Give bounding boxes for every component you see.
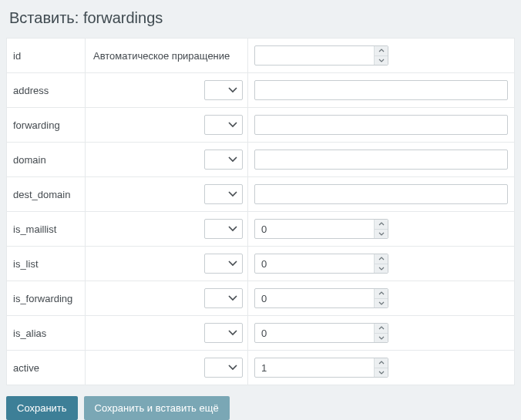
operator-dropdown-is_forwarding[interactable] <box>204 288 243 308</box>
chevron-up-icon <box>378 361 385 365</box>
spinner-down-active[interactable] <box>375 368 388 378</box>
spinner-up-is_alias[interactable] <box>375 324 388 333</box>
value-cell <box>248 247 515 281</box>
row-is_forwarding: is_forwarding <box>7 281 515 316</box>
chevron-up-icon <box>378 222 385 226</box>
spinner-down-is_maillist[interactable] <box>375 229 388 239</box>
chevron-down-icon <box>228 87 237 93</box>
operator-cell: Автоматическое приращение <box>86 39 248 73</box>
spinner-up-is_maillist[interactable] <box>375 220 388 229</box>
operator-cell <box>86 212 248 247</box>
field-label: id <box>7 39 86 73</box>
action-row: Сохранить Сохранить и вставить ещё <box>6 396 515 420</box>
operator-dropdown-is_maillist[interactable] <box>204 219 243 239</box>
operator-cell <box>86 281 248 316</box>
value-input-is_list[interactable] <box>254 254 388 274</box>
value-cell <box>248 177 515 212</box>
chevron-down-icon <box>228 295 237 301</box>
spinner-up-active[interactable] <box>375 358 388 368</box>
field-label: forwarding <box>7 108 86 143</box>
operator-cell <box>86 316 248 351</box>
value-cell <box>248 351 515 385</box>
row-is_list: is_list <box>7 247 515 281</box>
operator-dropdown-domain[interactable] <box>204 150 243 170</box>
chevron-down-icon <box>378 301 385 305</box>
value-cell <box>248 73 515 108</box>
row-id: id Автоматическое приращение <box>7 39 515 73</box>
row-is_alias: is_alias <box>7 316 515 351</box>
value-cell <box>248 212 515 247</box>
spinner-buttons-active <box>374 358 388 377</box>
chevron-down-icon <box>228 260 237 267</box>
auto-increment-label: Автоматическое приращение <box>92 50 230 62</box>
spinner-buttons-id <box>374 46 388 65</box>
operator-cell <box>86 108 248 143</box>
chevron-down-icon <box>378 59 385 62</box>
operator-cell <box>86 73 248 108</box>
spinner-buttons-is_alias <box>374 324 388 342</box>
operator-dropdown-address[interactable] <box>204 80 243 100</box>
save-button[interactable]: Сохранить <box>6 396 78 420</box>
chevron-up-icon <box>378 257 385 260</box>
field-label: is_alias <box>7 316 86 351</box>
spinner-buttons-is_maillist <box>374 220 388 238</box>
page-title: Вставить: forwardings <box>9 9 515 27</box>
save-and-insert-more-button[interactable]: Сохранить и вставить ещё <box>84 396 230 420</box>
row-is_maillist: is_maillist <box>7 212 515 247</box>
chevron-up-icon <box>378 291 385 295</box>
row-domain: domain <box>7 143 515 177</box>
row-dest_domain: dest_domain <box>7 177 515 212</box>
value-input-domain[interactable] <box>254 150 508 170</box>
chevron-down-icon <box>228 365 237 371</box>
field-label: dest_domain <box>7 177 86 212</box>
value-input-dest_domain[interactable] <box>254 184 508 204</box>
value-input-is_alias[interactable] <box>254 323 388 343</box>
value-input-address[interactable] <box>254 80 508 100</box>
operator-cell <box>86 247 248 281</box>
chevron-down-icon <box>228 330 237 336</box>
field-label: is_maillist <box>7 212 86 247</box>
value-input-is_maillist[interactable] <box>254 219 388 239</box>
value-input-is_forwarding[interactable] <box>254 288 388 308</box>
value-cell <box>248 281 515 316</box>
value-cell <box>248 316 515 351</box>
spinner-buttons-is_list <box>374 254 388 273</box>
value-cell <box>248 39 515 73</box>
spinner-down-is_forwarding[interactable] <box>375 298 388 308</box>
value-cell <box>248 108 515 143</box>
chevron-down-icon <box>378 371 385 375</box>
spinner-down-is_list[interactable] <box>375 264 388 274</box>
field-label: address <box>7 73 86 108</box>
chevron-down-icon <box>228 156 237 163</box>
spinner-down-is_alias[interactable] <box>375 333 388 343</box>
row-forwarding: forwarding <box>7 108 515 143</box>
operator-dropdown-is_alias[interactable] <box>204 323 243 343</box>
chevron-down-icon <box>228 226 237 232</box>
operator-cell <box>86 351 248 385</box>
value-input-active[interactable] <box>254 358 388 378</box>
operator-dropdown-forwarding[interactable] <box>204 115 243 135</box>
spinner-buttons-is_forwarding <box>374 289 388 307</box>
field-label: is_forwarding <box>7 281 86 316</box>
chevron-down-icon <box>378 267 385 270</box>
insert-form-card: id Автоматическое приращение address for… <box>6 38 515 385</box>
spinner-up-is_forwarding[interactable] <box>375 289 388 298</box>
operator-dropdown-is_list[interactable] <box>204 254 243 274</box>
value-input-id[interactable] <box>254 45 388 66</box>
chevron-down-icon <box>228 191 237 197</box>
field-label: active <box>7 351 86 385</box>
insert-table: id Автоматическое приращение address for… <box>6 38 515 385</box>
chevron-down-icon <box>378 232 385 236</box>
chevron-up-icon <box>378 49 385 52</box>
operator-dropdown-active[interactable] <box>204 358 243 378</box>
chevron-down-icon <box>378 336 385 340</box>
spinner-up-is_list[interactable] <box>375 254 388 264</box>
spinner-up-id[interactable] <box>375 46 388 55</box>
spinner-down-id[interactable] <box>375 55 388 66</box>
field-label: is_list <box>7 247 86 281</box>
row-address: address <box>7 73 515 108</box>
chevron-down-icon <box>228 122 237 128</box>
operator-dropdown-dest_domain[interactable] <box>204 184 243 204</box>
operator-cell <box>86 177 248 212</box>
value-input-forwarding[interactable] <box>254 115 508 135</box>
